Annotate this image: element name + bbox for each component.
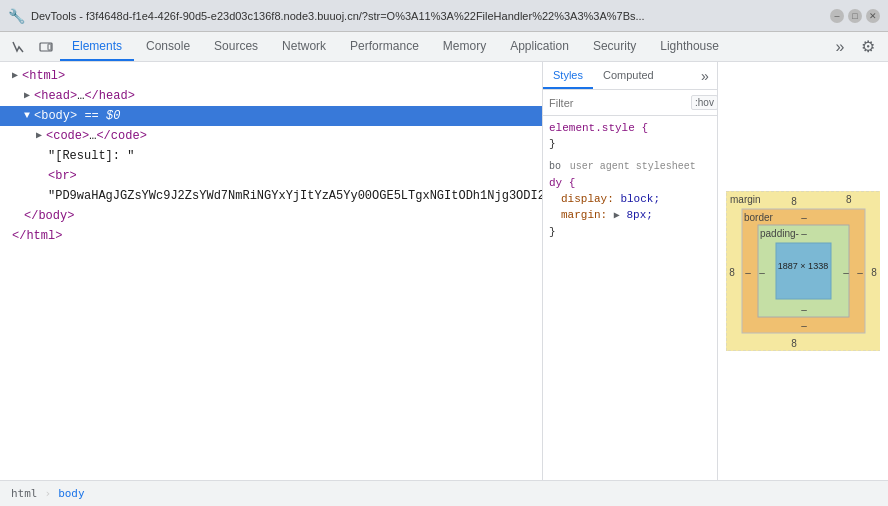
tab-security[interactable]: Security bbox=[581, 32, 648, 61]
more-tabs-button[interactable]: » bbox=[828, 32, 852, 61]
dom-line-html[interactable]: ▶ <html> bbox=[0, 66, 542, 86]
devtools-icon: 🔧 bbox=[8, 8, 25, 24]
svg-text:margin: margin bbox=[730, 194, 761, 205]
svg-text:–: – bbox=[857, 267, 863, 278]
svg-text:padding-: padding- bbox=[760, 228, 799, 239]
hov-filter-button[interactable]: :hov bbox=[691, 95, 718, 110]
svg-text:–: – bbox=[759, 267, 765, 278]
breadcrumb-html[interactable]: html bbox=[8, 486, 41, 501]
svg-text:–: – bbox=[801, 212, 807, 223]
titlebar: 🔧 DevTools - f3f4648d-f1e4-426f-90d5-e23… bbox=[0, 0, 888, 32]
tab-sources[interactable]: Sources bbox=[202, 32, 270, 61]
tab-memory[interactable]: Memory bbox=[431, 32, 498, 61]
svg-text:–: – bbox=[801, 228, 807, 239]
boxmodel-panel: margin 8 8 8 8 8 border – – – – padding- bbox=[718, 62, 888, 480]
dom-line-head[interactable]: ▶ <head>…</head> bbox=[0, 86, 542, 106]
tab-styles[interactable]: Styles bbox=[543, 62, 593, 89]
dom-line-br[interactable]: <br> bbox=[0, 166, 542, 186]
triangle-body[interactable]: ▼ bbox=[24, 107, 34, 125]
svg-text:8: 8 bbox=[791, 196, 797, 207]
box-model-diagram: margin 8 8 8 8 8 border – – – – padding- bbox=[726, 191, 880, 351]
style-rule-element: element.style { } bbox=[549, 120, 711, 152]
devtools-tabs-bar: Elements Console Sources Network Perform… bbox=[0, 32, 888, 62]
breadcrumb-body[interactable]: body bbox=[55, 486, 88, 501]
filter-bar: :hov .cls + bbox=[543, 90, 717, 116]
window-title: DevTools - f3f4648d-f1e4-426f-90d5-e23d0… bbox=[31, 10, 824, 22]
svg-text:1887 × 1338: 1887 × 1338 bbox=[778, 261, 828, 271]
styles-content: element.style { } bo user agent styleshe… bbox=[543, 116, 717, 480]
boxmodel-content: margin 8 8 8 8 8 border – – – – padding- bbox=[718, 62, 888, 480]
minimize-button[interactable]: – bbox=[830, 9, 844, 23]
tab-computed[interactable]: Computed bbox=[593, 62, 664, 89]
maximize-button[interactable]: □ bbox=[848, 9, 862, 23]
svg-text:–: – bbox=[801, 320, 807, 331]
svg-text:8: 8 bbox=[729, 267, 735, 278]
tab-lighthouse[interactable]: Lighthouse bbox=[648, 32, 731, 61]
dom-line-base64[interactable]: "PD9waHAgJGZsYWc9J2ZsYWd7NmRiNGYxYjItYzA… bbox=[0, 186, 542, 206]
close-button[interactable]: ✕ bbox=[866, 9, 880, 23]
style-rule-body: bo user agent stylesheet dy { display: b… bbox=[549, 158, 711, 240]
devtools-main: ▶ <html> ▶ <head>…</head> ▼ <body> == $0… bbox=[0, 62, 888, 480]
triangle-head[interactable]: ▶ bbox=[24, 87, 34, 105]
devtools-settings-button[interactable]: ⚙ bbox=[852, 32, 884, 61]
dom-tree: ▶ <html> ▶ <head>…</head> ▼ <body> == $0… bbox=[0, 62, 542, 250]
main-tabs: Elements Console Sources Network Perform… bbox=[60, 32, 828, 61]
dom-line-code[interactable]: ▶ <code>…</code> bbox=[0, 126, 542, 146]
svg-text:–: – bbox=[843, 267, 849, 278]
triangle-code[interactable]: ▶ bbox=[36, 127, 46, 145]
inspect-element-button[interactable] bbox=[4, 32, 32, 61]
styles-tabs: Styles Computed » bbox=[543, 62, 717, 90]
svg-rect-1 bbox=[48, 44, 51, 50]
dom-line-body[interactable]: ▼ <body> == $0 bbox=[0, 106, 542, 126]
tab-console[interactable]: Console bbox=[134, 32, 202, 61]
tab-performance[interactable]: Performance bbox=[338, 32, 431, 61]
styles-panel: Styles Computed » :hov .cls + element.st… bbox=[543, 62, 718, 480]
dom-line-body-close[interactable]: </body> bbox=[0, 206, 542, 226]
triangle-html[interactable]: ▶ bbox=[12, 67, 22, 85]
svg-rect-21 bbox=[776, 243, 831, 299]
window-controls: – □ ✕ bbox=[830, 9, 880, 23]
tab-network[interactable]: Network bbox=[270, 32, 338, 61]
svg-text:8: 8 bbox=[871, 267, 877, 278]
style-rule-source-prefix: bo bbox=[549, 161, 561, 172]
tab-application[interactable]: Application bbox=[498, 32, 581, 61]
device-toolbar-button[interactable] bbox=[32, 32, 60, 61]
styles-more-button[interactable]: » bbox=[693, 62, 717, 89]
svg-text:–: – bbox=[745, 267, 751, 278]
elements-panel: ▶ <html> ▶ <head>…</head> ▼ <body> == $0… bbox=[0, 62, 543, 480]
svg-text:8: 8 bbox=[791, 338, 797, 349]
tab-elements[interactable]: Elements bbox=[60, 32, 134, 61]
breadcrumb-bar: html › body bbox=[0, 480, 888, 506]
svg-text:8: 8 bbox=[846, 194, 852, 205]
styles-filter-input[interactable] bbox=[549, 97, 687, 109]
svg-text:–: – bbox=[801, 304, 807, 315]
dom-line-result-text[interactable]: "[Result]: " bbox=[0, 146, 542, 166]
svg-text:border: border bbox=[744, 212, 774, 223]
dom-line-html-close[interactable]: </html> bbox=[0, 226, 542, 246]
style-rule-source: user agent stylesheet bbox=[570, 161, 696, 172]
